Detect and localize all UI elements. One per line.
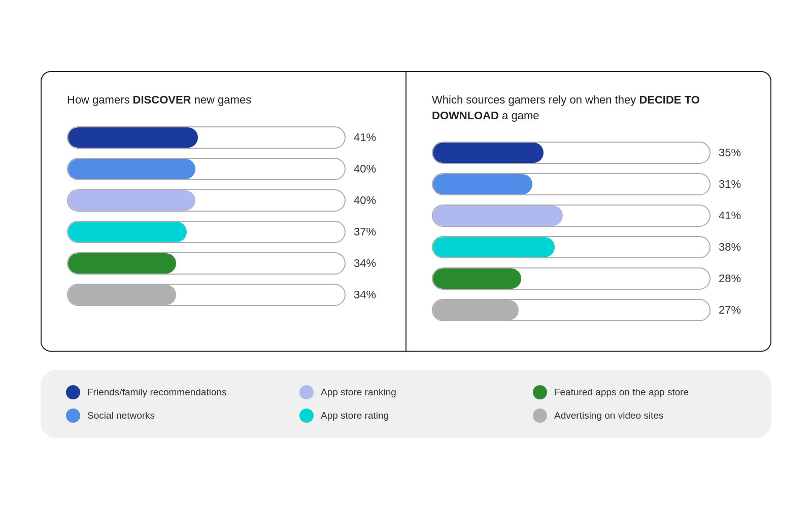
left-panel: How gamers DISCOVER new games 41%40%40%3… — [42, 72, 407, 351]
bar-percent-label: 35% — [719, 146, 745, 159]
bar-percent-label: 41% — [719, 209, 745, 222]
left-panel-title: How gamers DISCOVER new games — [67, 92, 380, 108]
bar-percent-label: 41% — [354, 131, 380, 144]
bar-fill — [433, 206, 563, 226]
bar-percent-label: 38% — [719, 241, 745, 254]
legend-label: Friends/family recommendations — [87, 387, 227, 398]
legend-dot — [533, 409, 547, 423]
bar-row: 34% — [67, 284, 380, 306]
legend-item: App store ranking — [299, 385, 513, 399]
legend-item: Advertising on video sites — [533, 409, 746, 423]
bar-percent-label: 28% — [719, 272, 745, 285]
legend-item: Social networks — [66, 409, 279, 423]
bar-fill — [433, 300, 519, 320]
bar-row: 40% — [67, 158, 380, 180]
bar-track — [432, 205, 710, 227]
bar-row: 28% — [432, 267, 745, 290]
bar-track — [432, 299, 710, 321]
legend-item: Friends/family recommendations — [66, 385, 279, 399]
bar-row: 38% — [432, 236, 745, 258]
bar-track — [432, 142, 710, 164]
legend-card: Friends/family recommendationsApp store … — [41, 370, 771, 438]
bar-percent-label: 37% — [354, 225, 380, 239]
right-panel-title: Which sources gamers rely on when they D… — [432, 92, 745, 124]
bar-fill — [68, 222, 187, 242]
right-panel: Which sources gamers rely on when they D… — [407, 72, 770, 351]
bar-track — [67, 252, 346, 275]
legend-dot — [299, 409, 314, 423]
bar-fill — [433, 237, 555, 257]
bar-fill — [68, 253, 176, 274]
bar-fill — [433, 268, 521, 289]
legend-item: App store rating — [299, 409, 513, 423]
legend-dot — [533, 385, 547, 399]
legend-label: App store ranking — [321, 387, 396, 398]
bar-track — [432, 173, 710, 195]
bar-fill — [68, 285, 176, 305]
legend-dot — [66, 385, 80, 399]
legend-label: App store rating — [321, 410, 389, 421]
bar-row: 31% — [432, 173, 745, 195]
legend-label: Social networks — [87, 410, 155, 421]
bar-row: 35% — [432, 142, 745, 164]
bar-percent-label: 40% — [354, 162, 380, 176]
legend-label: Advertising on video sites — [554, 410, 663, 421]
bar-row: 40% — [67, 189, 380, 212]
bar-track — [67, 189, 346, 212]
legend-dot — [66, 409, 80, 423]
bar-fill — [68, 127, 198, 148]
main-card: How gamers DISCOVER new games 41%40%40%3… — [41, 71, 771, 352]
bar-percent-label: 34% — [354, 288, 380, 301]
bar-row: 41% — [67, 126, 380, 149]
bar-fill — [433, 174, 532, 194]
right-bars: 35%31%41%38%28%27% — [432, 142, 745, 321]
bar-track — [432, 236, 710, 258]
bar-row: 41% — [432, 205, 745, 227]
bar-fill — [433, 143, 544, 163]
legend-item: Featured apps on the app store — [533, 385, 746, 399]
bar-percent-label: 27% — [719, 303, 745, 317]
bar-track — [67, 126, 346, 149]
bar-percent-label: 34% — [354, 257, 380, 270]
bar-percent-label: 40% — [354, 194, 380, 207]
bar-fill — [68, 190, 195, 211]
bar-track — [67, 284, 346, 306]
bar-percent-label: 31% — [719, 178, 745, 191]
bar-row: 34% — [67, 252, 380, 275]
left-bars: 41%40%40%37%34%34% — [67, 126, 380, 306]
legend-label: Featured apps on the app store — [554, 387, 689, 398]
bar-row: 27% — [432, 299, 745, 321]
legend-dot — [299, 385, 314, 399]
bar-fill — [68, 159, 195, 179]
bar-track — [67, 158, 346, 180]
bar-track — [432, 267, 710, 290]
bar-row: 37% — [67, 221, 380, 243]
bar-track — [67, 221, 346, 243]
